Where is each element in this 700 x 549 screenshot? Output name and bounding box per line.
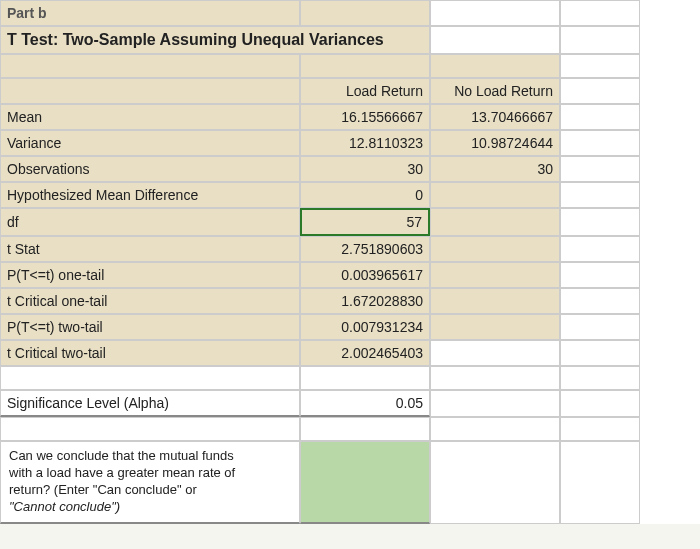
empty-cell xyxy=(560,104,640,130)
empty-cell xyxy=(560,54,640,78)
stat-value xyxy=(430,236,560,262)
stat-label: Hypothesized Mean Difference xyxy=(0,182,300,208)
stat-value: 13.70466667 xyxy=(430,104,560,130)
empty-cell xyxy=(560,262,640,288)
empty-cell xyxy=(560,208,640,236)
stat-value: 30 xyxy=(300,156,430,182)
col-header-2: No Load Return xyxy=(430,78,560,104)
stat-value: 2.002465403 xyxy=(300,340,430,366)
empty-cell xyxy=(300,54,430,78)
stat-label: t Critical one-tail xyxy=(0,288,300,314)
question-text: Can we conclude that the mutual funds wi… xyxy=(0,441,300,524)
stat-value: 30 xyxy=(430,156,560,182)
stat-value: 10.98724644 xyxy=(430,130,560,156)
stat-value-selected[interactable]: 57 xyxy=(300,208,430,236)
empty-cell xyxy=(560,78,640,104)
question-line: Can we conclude that the mutual funds xyxy=(9,448,234,465)
empty-cell xyxy=(560,366,640,390)
empty-cell xyxy=(560,340,640,366)
empty-cell xyxy=(0,366,300,390)
stat-value xyxy=(430,208,560,236)
question-line: "Cannot conclude") xyxy=(9,499,120,516)
stat-value xyxy=(430,182,560,208)
empty-cell xyxy=(560,182,640,208)
question-line: return? (Enter "Can conclude" or xyxy=(9,482,197,499)
empty-cell xyxy=(560,0,640,26)
empty-cell xyxy=(430,0,560,26)
stat-label: df xyxy=(0,208,300,236)
stat-value: 0.003965617 xyxy=(300,262,430,288)
empty-cell xyxy=(430,390,560,417)
empty-cell xyxy=(560,236,640,262)
empty-cell xyxy=(560,417,640,441)
empty-cell xyxy=(0,417,300,441)
alpha-label: Significance Level (Alpha) xyxy=(0,390,300,417)
stat-label: Observations xyxy=(0,156,300,182)
col-header-1: Load Return xyxy=(300,78,430,104)
test-title: T Test: Two-Sample Assuming Unequal Vari… xyxy=(0,26,430,54)
stat-label: P(T<=t) two-tail xyxy=(0,314,300,340)
stat-label: t Critical two-tail xyxy=(0,340,300,366)
empty-cell xyxy=(560,288,640,314)
empty-cell xyxy=(560,314,640,340)
stat-value: 0 xyxy=(300,182,430,208)
empty-cell xyxy=(560,130,640,156)
stat-value: 12.8110323 xyxy=(300,130,430,156)
stat-value xyxy=(430,340,560,366)
empty-cell xyxy=(430,54,560,78)
stat-value xyxy=(430,314,560,340)
stat-value: 16.15566667 xyxy=(300,104,430,130)
stat-value xyxy=(430,262,560,288)
empty-cell xyxy=(300,0,430,26)
empty-cell xyxy=(0,78,300,104)
empty-cell xyxy=(560,26,640,54)
empty-cell xyxy=(560,390,640,417)
stat-label: Variance xyxy=(0,130,300,156)
question-line: with a load have a greater mean rate of xyxy=(9,465,235,482)
part-label: Part b xyxy=(0,0,300,26)
empty-cell xyxy=(0,54,300,78)
empty-cell xyxy=(430,26,560,54)
stat-label: Mean xyxy=(0,104,300,130)
stat-label: t Stat xyxy=(0,236,300,262)
stat-value: 1.672028830 xyxy=(300,288,430,314)
empty-cell xyxy=(560,156,640,182)
empty-cell xyxy=(430,441,560,524)
empty-cell xyxy=(300,366,430,390)
empty-cell xyxy=(300,417,430,441)
stat-label: P(T<=t) one-tail xyxy=(0,262,300,288)
stat-value: 2.751890603 xyxy=(300,236,430,262)
spreadsheet-grid: Part b T Test: Two-Sample Assuming Unequ… xyxy=(0,0,700,524)
answer-input-cell[interactable] xyxy=(300,441,430,524)
empty-cell xyxy=(430,366,560,390)
alpha-value: 0.05 xyxy=(300,390,430,417)
stat-value xyxy=(430,288,560,314)
stat-value: 0.007931234 xyxy=(300,314,430,340)
empty-cell xyxy=(560,441,640,524)
empty-cell xyxy=(430,417,560,441)
